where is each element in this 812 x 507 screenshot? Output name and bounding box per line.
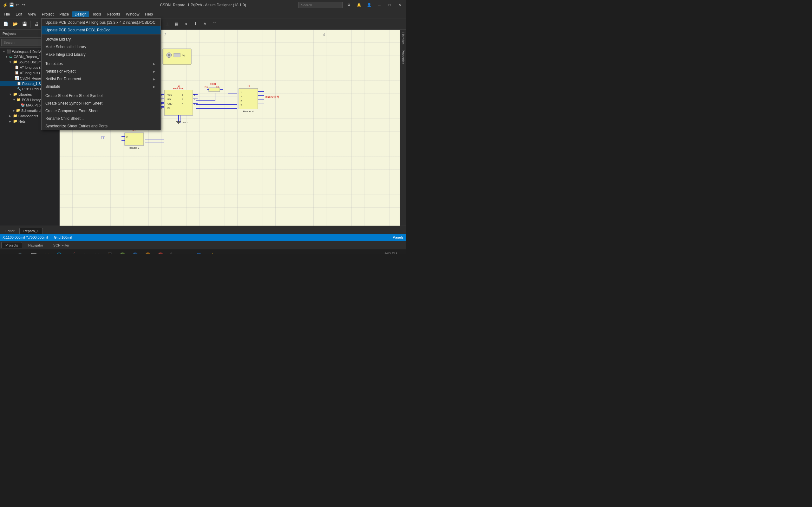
- taskbar-extra2[interactable]: 🔵: [130, 250, 141, 254]
- settings-button[interactable]: ⚙: [345, 2, 353, 8]
- save-button[interactable]: 💾: [20, 20, 29, 29]
- libraries-tab[interactable]: Libraries: [400, 30, 406, 47]
- svg-text:B: B: [182, 98, 183, 101]
- expand-icon-pcb: [13, 88, 16, 91]
- svg-text:GND: GND: [182, 121, 188, 124]
- expand-icon-sch: [13, 82, 16, 85]
- app-icon: ⚡: [3, 3, 8, 8]
- menu-help[interactable]: Help: [142, 11, 155, 17]
- folder-icon-src: 📁: [13, 60, 17, 64]
- properties-tab[interactable]: Properties: [400, 47, 406, 67]
- menu-create-symbol-from-sheet[interactable]: Create Sheet Symbol From Sheet: [42, 100, 160, 107]
- taskbar-settings[interactable]: ⚙: [79, 250, 90, 254]
- reparo-tab[interactable]: Reparo_1: [19, 228, 43, 234]
- expand-icon-ws: ▼: [3, 50, 6, 53]
- svg-rect-59: [209, 88, 220, 92]
- user-button[interactable]: 👤: [365, 2, 373, 8]
- menu-place[interactable]: Place: [57, 11, 71, 17]
- taskbar-right: 📶 🔊 🔋 EN 4:03 PM 2/23/2023 💬: [357, 252, 403, 253]
- svg-text:MAX3490: MAX3490: [173, 87, 184, 90]
- menu-templates[interactable]: Templates ▶: [42, 60, 160, 67]
- menu-create-sheet-from-symbol[interactable]: Create Sheet From Sheet Symbol: [42, 92, 160, 100]
- component-button[interactable]: ▦: [172, 20, 181, 29]
- navigator-tab[interactable]: Navigator: [24, 242, 47, 248]
- taskbar-explorer[interactable]: 📁: [41, 250, 52, 254]
- expand-icon-bom: [13, 77, 14, 80]
- arc-button[interactable]: ⌒: [210, 20, 219, 29]
- taskbar-extra8[interactable]: ⚡: [206, 250, 217, 254]
- windows-button[interactable]: ⊞: [3, 250, 14, 254]
- svg-text:8: 8: [194, 103, 195, 105]
- taskbar-extra3[interactable]: 🟠: [142, 250, 154, 254]
- menu-netlist-project[interactable]: Netlist For Project ▶: [42, 67, 160, 75]
- taskbar-search[interactable]: 🔍: [15, 250, 27, 254]
- maximize-button[interactable]: □: [386, 2, 393, 8]
- taskbar-store[interactable]: 🛒: [66, 250, 78, 254]
- tree-components-label: Components: [18, 114, 38, 118]
- redo-icon[interactable]: ↪: [22, 3, 27, 8]
- net-button[interactable]: ≈: [182, 20, 190, 29]
- taskbar-extra5[interactable]: 📞: [167, 250, 179, 254]
- editor-tab-bar: Editor Reparo_1: [0, 226, 406, 234]
- taskbar: ⊞ 🔍 ⬜ 📁 🌐 🛒 ⚙ 🎮 📱 🟢 🔵 🟠 🔴 📞 T 🌀 ⚡ 📶 🔊 🔋 …: [0, 249, 406, 253]
- folder-icon-nets: 📁: [13, 119, 17, 123]
- print-button[interactable]: 🖨: [32, 20, 41, 29]
- menu-view[interactable]: View: [26, 11, 39, 17]
- menu-update-pcb1[interactable]: Update PCB Document PCB1.PcbDoc: [42, 26, 160, 34]
- svg-text:6: 6: [194, 94, 195, 96]
- minimize-button[interactable]: ─: [375, 2, 383, 8]
- sch-filter-tab[interactable]: SCH Filter: [49, 242, 73, 248]
- taskbar-extra1[interactable]: 🟢: [117, 250, 128, 254]
- svg-text:Header 4: Header 4: [243, 110, 254, 113]
- menu-file[interactable]: File: [1, 11, 12, 17]
- expand-icon-schlib: ▶: [13, 109, 15, 112]
- taskbar-extra4[interactable]: 🔴: [155, 250, 166, 254]
- menu-create-component-from-sheet[interactable]: Create Component From Sheet: [42, 107, 160, 115]
- task-view[interactable]: ⬜: [28, 250, 39, 254]
- svg-text:Z: Z: [182, 94, 183, 96]
- editor-tab[interactable]: Editor: [1, 228, 19, 234]
- svg-text:Res1: Res1: [210, 82, 216, 85]
- notify-button[interactable]: 🔔: [355, 2, 363, 8]
- svg-text:4: 4: [241, 103, 242, 106]
- tree-nets-label: Nets: [18, 119, 26, 123]
- open-button[interactable]: 📂: [11, 20, 20, 29]
- taskbar-extra6[interactable]: T: [180, 250, 192, 254]
- menu-edit[interactable]: Edit: [13, 11, 25, 17]
- taskbar-edge[interactable]: 🌐: [53, 250, 65, 254]
- menu-make-sch-library[interactable]: Make Schematic Library: [42, 43, 160, 51]
- menu-simulate[interactable]: Simulate ▶: [42, 83, 160, 90]
- svg-text:GND: GND: [167, 103, 172, 105]
- title-search-input[interactable]: [298, 2, 343, 8]
- menu-sync-sheet-entries[interactable]: Synchronize Sheet Entries and Ports: [42, 122, 160, 130]
- menu-update-pcb-at[interactable]: Update PCB Document AT long bus (13.3 x …: [42, 19, 160, 26]
- undo-icon[interactable]: ↩: [15, 3, 20, 8]
- menu-make-integrated-library[interactable]: Make Integrated Library: [42, 51, 160, 58]
- menu-window[interactable]: Window: [123, 11, 142, 17]
- folder-icon-pcblib: 📁: [16, 98, 21, 102]
- prj-icon: 🗂: [9, 55, 13, 59]
- tree-workspace-label: Workspace1.DsnWrk: [12, 50, 45, 54]
- templates-arrow: ▶: [153, 62, 155, 66]
- title-bar-title: CSDN_Reparo_1.PrjPcb - Altium Designer (…: [160, 3, 246, 7]
- taskbar-apps[interactable]: 📱: [104, 250, 115, 254]
- quick-save-icon[interactable]: 💾: [9, 3, 14, 8]
- projects-tab[interactable]: Projects: [1, 242, 22, 248]
- menu-browse-library[interactable]: Browse Library...: [42, 36, 160, 43]
- menu-tools[interactable]: Tools: [90, 11, 104, 17]
- menu-project[interactable]: Project: [39, 11, 56, 17]
- menu-rename-child-sheet[interactable]: Rename Child Sheet...: [42, 115, 160, 122]
- close-button[interactable]: ✕: [396, 2, 403, 8]
- text-button[interactable]: A: [200, 20, 209, 29]
- menu-design[interactable]: Design: [72, 11, 89, 17]
- svg-text:RS422信号: RS422信号: [265, 95, 280, 99]
- taskbar-extra7[interactable]: 🌀: [193, 250, 204, 254]
- menu-netlist-document[interactable]: Netlist For Document ▶: [42, 75, 160, 83]
- taskbar-xbox[interactable]: 🎮: [91, 250, 103, 254]
- align-button4[interactable]: ⊥: [162, 20, 171, 29]
- menu-reports[interactable]: Reports: [104, 11, 123, 17]
- info-button[interactable]: ℹ: [191, 20, 200, 29]
- sch-icon-reparo: 📋: [17, 81, 21, 86]
- panels-button[interactable]: Panels: [393, 235, 403, 239]
- new-button[interactable]: 📄: [1, 20, 10, 29]
